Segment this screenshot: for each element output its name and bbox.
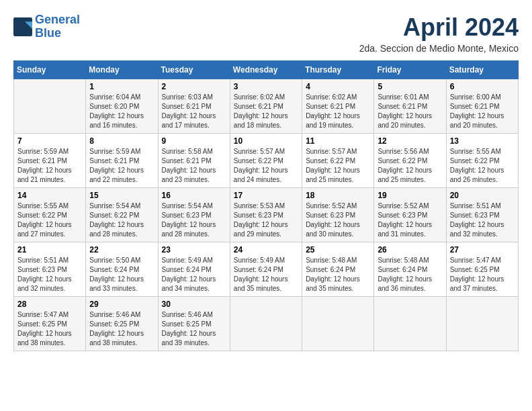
day-number: 2 (162, 82, 226, 91)
day-number: 20 (450, 191, 515, 200)
day-number: 14 (17, 191, 82, 200)
calendar-cell: 11Sunrise: 5:57 AMSunset: 6:22 PMDayligh… (302, 134, 374, 188)
day-info: Sunrise: 5:55 AMSunset: 6:22 PMDaylight:… (450, 148, 504, 183)
day-info: Sunrise: 5:54 AMSunset: 6:23 PMDaylight:… (162, 202, 216, 238)
svg-rect-0 (13, 17, 32, 36)
day-info: Sunrise: 6:01 AMSunset: 6:21 PMDaylight:… (378, 93, 432, 129)
calendar-cell: 16Sunrise: 5:54 AMSunset: 6:23 PMDayligh… (158, 188, 230, 242)
day-info: Sunrise: 5:46 AMSunset: 6:25 PMDaylight:… (162, 311, 216, 347)
calendar-cell: 29Sunrise: 5:46 AMSunset: 6:25 PMDayligh… (86, 297, 158, 351)
calendar-week-2: 14Sunrise: 5:55 AMSunset: 6:22 PMDayligh… (14, 188, 519, 242)
calendar-cell: 10Sunrise: 5:57 AMSunset: 6:22 PMDayligh… (230, 134, 302, 188)
location-title: 2da. Seccion de Medio Monte, Mexico (359, 43, 519, 54)
day-info: Sunrise: 5:47 AMSunset: 6:25 PMDaylight:… (17, 311, 72, 347)
day-info: Sunrise: 5:48 AMSunset: 6:24 PMDaylight:… (378, 257, 432, 292)
day-number: 4 (306, 82, 370, 91)
day-number: 3 (234, 82, 298, 91)
calendar-cell: 4Sunrise: 6:02 AMSunset: 6:21 PMDaylight… (302, 79, 374, 134)
day-info: Sunrise: 5:53 AMSunset: 6:23 PMDaylight:… (234, 202, 288, 238)
col-friday: Friday (374, 61, 446, 79)
logo: General Blue (13, 13, 80, 40)
day-info: Sunrise: 5:57 AMSunset: 6:22 PMDaylight:… (306, 148, 360, 183)
calendar-cell: 9Sunrise: 5:58 AMSunset: 6:21 PMDaylight… (158, 134, 230, 188)
day-number: 8 (89, 136, 154, 146)
col-sunday: Sunday (14, 61, 86, 79)
day-number: 21 (17, 245, 82, 255)
day-info: Sunrise: 6:03 AMSunset: 6:21 PMDaylight:… (162, 93, 216, 129)
day-number: 17 (234, 191, 298, 200)
day-info: Sunrise: 5:52 AMSunset: 6:23 PMDaylight:… (378, 202, 432, 238)
day-number: 29 (89, 300, 154, 309)
day-number: 23 (162, 245, 226, 255)
logo-text: General Blue (35, 13, 80, 40)
day-info: Sunrise: 5:55 AMSunset: 6:22 PMDaylight:… (17, 202, 72, 238)
day-info: Sunrise: 5:48 AMSunset: 6:24 PMDaylight:… (306, 257, 360, 292)
day-info: Sunrise: 6:04 AMSunset: 6:20 PMDaylight:… (89, 93, 144, 129)
calendar-cell: 18Sunrise: 5:52 AMSunset: 6:23 PMDayligh… (302, 188, 374, 242)
day-number: 18 (306, 191, 370, 200)
calendar-cell: 27Sunrise: 5:47 AMSunset: 6:25 PMDayligh… (446, 242, 518, 297)
day-number: 27 (450, 245, 515, 255)
col-thursday: Thursday (302, 61, 374, 79)
day-info: Sunrise: 5:58 AMSunset: 6:21 PMDaylight:… (162, 148, 216, 183)
day-info: Sunrise: 5:49 AMSunset: 6:24 PMDaylight:… (234, 257, 288, 292)
calendar-cell: 21Sunrise: 5:51 AMSunset: 6:23 PMDayligh… (14, 242, 86, 297)
day-info: Sunrise: 6:00 AMSunset: 6:21 PMDaylight:… (450, 93, 504, 129)
title-area: April 2024 2da. Seccion de Medio Monte, … (359, 13, 519, 54)
calendar-cell: 5Sunrise: 6:01 AMSunset: 6:21 PMDaylight… (374, 79, 446, 134)
day-number: 24 (234, 245, 298, 255)
day-number: 10 (234, 136, 298, 146)
calendar-cell: 1Sunrise: 6:04 AMSunset: 6:20 PMDaylight… (86, 79, 158, 134)
calendar-cell: 23Sunrise: 5:49 AMSunset: 6:24 PMDayligh… (158, 242, 230, 297)
calendar-header: Sunday Monday Tuesday Wednesday Thursday… (14, 61, 519, 79)
day-info: Sunrise: 5:46 AMSunset: 6:25 PMDaylight:… (89, 311, 144, 347)
day-number: 25 (306, 245, 370, 255)
day-number: 6 (450, 82, 515, 91)
calendar-cell: 28Sunrise: 5:47 AMSunset: 6:25 PMDayligh… (14, 297, 86, 351)
day-number: 28 (17, 300, 82, 309)
logo-line2: Blue (35, 26, 61, 40)
day-info: Sunrise: 5:59 AMSunset: 6:21 PMDaylight:… (89, 148, 144, 183)
day-info: Sunrise: 5:47 AMSunset: 6:25 PMDaylight:… (450, 257, 504, 292)
calendar-cell: 20Sunrise: 5:51 AMSunset: 6:23 PMDayligh… (446, 188, 518, 242)
day-info: Sunrise: 5:56 AMSunset: 6:22 PMDaylight:… (378, 148, 432, 183)
day-info: Sunrise: 5:57 AMSunset: 6:22 PMDaylight:… (234, 148, 288, 183)
day-info: Sunrise: 6:02 AMSunset: 6:21 PMDaylight:… (234, 93, 288, 129)
calendar-cell: 24Sunrise: 5:49 AMSunset: 6:24 PMDayligh… (230, 242, 302, 297)
day-number: 19 (378, 191, 442, 200)
header: General Blue April 2024 2da. Seccion de … (13, 13, 519, 54)
calendar-cell: 19Sunrise: 5:52 AMSunset: 6:23 PMDayligh… (374, 188, 446, 242)
calendar-cell: 22Sunrise: 5:50 AMSunset: 6:24 PMDayligh… (86, 242, 158, 297)
header-row: Sunday Monday Tuesday Wednesday Thursday… (14, 61, 519, 79)
calendar-cell: 3Sunrise: 6:02 AMSunset: 6:21 PMDaylight… (230, 79, 302, 134)
day-number: 26 (378, 245, 442, 255)
logo-line1: General (35, 13, 80, 26)
calendar-cell: 25Sunrise: 5:48 AMSunset: 6:24 PMDayligh… (302, 242, 374, 297)
day-number: 30 (162, 300, 226, 309)
day-info: Sunrise: 5:54 AMSunset: 6:22 PMDaylight:… (89, 202, 144, 238)
logo-icon (13, 17, 32, 36)
col-wednesday: Wednesday (230, 61, 302, 79)
col-saturday: Saturday (446, 61, 518, 79)
calendar-cell: 13Sunrise: 5:55 AMSunset: 6:22 PMDayligh… (446, 134, 518, 188)
day-number: 22 (89, 245, 154, 255)
day-number: 12 (378, 136, 442, 146)
day-number: 5 (378, 82, 442, 91)
day-number: 7 (17, 136, 82, 146)
calendar-cell (302, 297, 374, 351)
day-number: 15 (89, 191, 154, 200)
calendar-body: 1Sunrise: 6:04 AMSunset: 6:20 PMDaylight… (14, 79, 519, 351)
day-number: 9 (162, 136, 226, 146)
calendar-week-0: 1Sunrise: 6:04 AMSunset: 6:20 PMDaylight… (14, 79, 519, 134)
calendar-cell: 8Sunrise: 5:59 AMSunset: 6:21 PMDaylight… (86, 134, 158, 188)
day-number: 11 (306, 136, 370, 146)
day-number: 16 (162, 191, 226, 200)
calendar-cell: 2Sunrise: 6:03 AMSunset: 6:21 PMDaylight… (158, 79, 230, 134)
calendar-cell (230, 297, 302, 351)
calendar-cell: 17Sunrise: 5:53 AMSunset: 6:23 PMDayligh… (230, 188, 302, 242)
calendar-cell: 26Sunrise: 5:48 AMSunset: 6:24 PMDayligh… (374, 242, 446, 297)
day-info: Sunrise: 5:50 AMSunset: 6:24 PMDaylight:… (89, 257, 144, 292)
day-info: Sunrise: 5:51 AMSunset: 6:23 PMDaylight:… (450, 202, 504, 238)
calendar-week-1: 7Sunrise: 5:59 AMSunset: 6:21 PMDaylight… (14, 134, 519, 188)
calendar-week-3: 21Sunrise: 5:51 AMSunset: 6:23 PMDayligh… (14, 242, 519, 297)
